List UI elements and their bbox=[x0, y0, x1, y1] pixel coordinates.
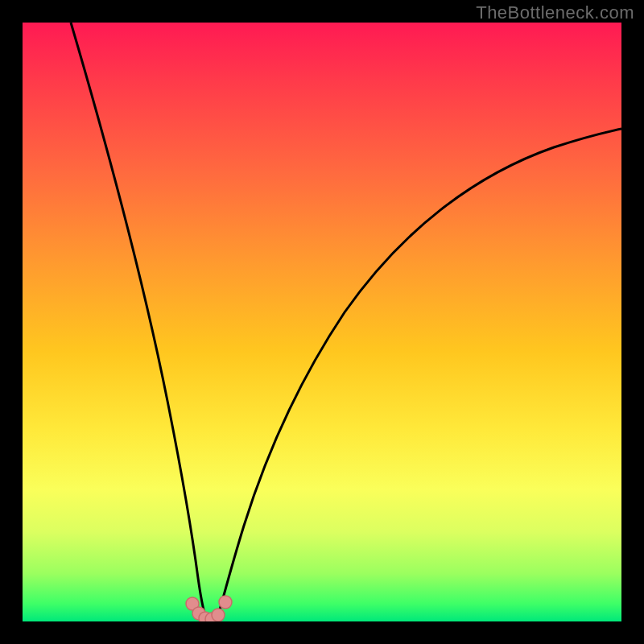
chart-frame: TheBottleneck.com bbox=[0, 0, 644, 644]
valley-markers bbox=[186, 596, 232, 621]
curve-right-branch bbox=[217, 129, 621, 618]
watermark-text: TheBottleneck.com bbox=[476, 2, 634, 23]
bottleneck-curve bbox=[23, 23, 621, 621]
marker-dot bbox=[212, 609, 225, 621]
curve-left-branch bbox=[71, 23, 206, 618]
plot-area bbox=[23, 23, 621, 621]
marker-dot bbox=[219, 596, 232, 609]
